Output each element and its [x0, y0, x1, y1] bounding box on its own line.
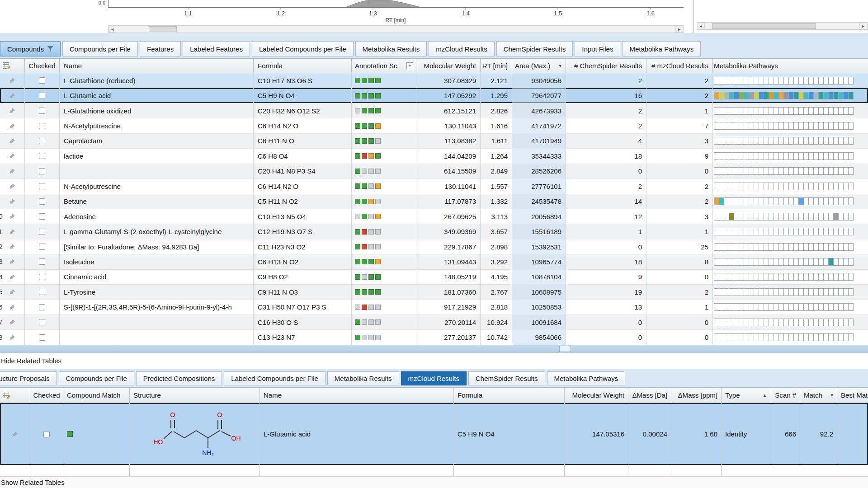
- scroll-right-button[interactable]: [675, 26, 683, 33]
- row-checkbox[interactable]: [39, 258, 45, 265]
- row-checkbox[interactable]: [39, 77, 45, 84]
- pin-icon[interactable]: [9, 229, 15, 235]
- pin-icon[interactable]: [9, 123, 15, 129]
- expand-icon[interactable]: +: [406, 62, 413, 69]
- row-checkbox[interactable]: [39, 289, 45, 295]
- pathway-strip[interactable]: [713, 300, 868, 314]
- col-header-area[interactable]: Area (Max.) ▾: [512, 59, 566, 73]
- col-header-marker[interactable]: [0, 59, 25, 73]
- sort-descending-icon[interactable]: ▾: [559, 63, 561, 69]
- pathway-strip[interactable]: [713, 270, 868, 284]
- pin-icon[interactable]: [9, 77, 15, 84]
- pin-icon[interactable]: [9, 108, 15, 114]
- workspace-tab[interactable]: Input Files: [575, 41, 620, 56]
- pathway-strip[interactable]: [713, 118, 868, 133]
- col-header-best-match[interactable]: Best Match: [837, 388, 868, 403]
- properties-icon[interactable]: [3, 392, 10, 399]
- show-related-tables-button[interactable]: Show Related Tables: [1, 479, 65, 486]
- col-header-metabolika-pathways[interactable]: Metabolika Pathways: [713, 59, 868, 73]
- related-table-tab[interactable]: Predicted Compositions: [136, 371, 222, 385]
- pin-icon[interactable]: [9, 93, 15, 99]
- col-header-checked[interactable]: Checked: [30, 388, 63, 403]
- pin-icon[interactable]: [9, 304, 15, 310]
- table-row[interactable]: 6 lactide C6 H8 O4 144.04209 1.264 35344…: [0, 149, 868, 164]
- pin-icon[interactable]: [9, 289, 15, 295]
- col-header-dmass-da[interactable]: ΔMass [Da]: [628, 388, 671, 403]
- pin-icon[interactable]: [9, 334, 15, 341]
- scroll-left-button[interactable]: [697, 23, 705, 29]
- col-header-mzcloud-results[interactable]: # mzCloud Results: [646, 59, 713, 73]
- table-row[interactable]: 11 L-gamma-Glutamyl-S-(2-oxoethyl)-L-cys…: [0, 224, 868, 239]
- row-checkbox[interactable]: [39, 153, 45, 159]
- table-row[interactable]: 4 N-Acetylputrescine C6 H14 N2 O 130.110…: [0, 118, 868, 133]
- row-checkbox[interactable]: [39, 108, 45, 114]
- sort-descending-icon[interactable]: ▾: [830, 392, 833, 398]
- chromatogram-hscrollbar[interactable]: [108, 25, 684, 33]
- pathway-strip[interactable]: [713, 194, 868, 209]
- pathway-strip[interactable]: [713, 315, 868, 329]
- col-header-dmass-ppm[interactable]: ΔMass [ppm]: [671, 388, 722, 403]
- col-header-compound-match[interactable]: Compound Match: [63, 388, 130, 403]
- pathway-strip[interactable]: [713, 179, 868, 193]
- pathway-strip[interactable]: [713, 224, 868, 239]
- table-row[interactable]: 5 Caprolactam C6 H11 N O 113.08382 1.611…: [0, 134, 868, 149]
- pin-icon[interactable]: [9, 168, 15, 174]
- pin-icon[interactable]: [9, 319, 15, 325]
- scroll-thumb[interactable]: [712, 23, 816, 29]
- workspace-tab[interactable]: Features: [140, 41, 181, 56]
- pin-icon[interactable]: [9, 198, 15, 205]
- col-header-annotation[interactable]: Annotation Sc +: [352, 59, 416, 73]
- pathway-strip[interactable]: [713, 330, 868, 344]
- row-checkbox[interactable]: [39, 244, 45, 250]
- table-row[interactable]: 10 Adenosine C10 H13 N5 O4 267.09625 3.1…: [0, 209, 868, 224]
- col-header-scan[interactable]: Scan #: [771, 388, 800, 403]
- pin-icon[interactable]: [9, 258, 15, 265]
- row-checkbox[interactable]: [39, 123, 45, 129]
- col-header-chemspider-results[interactable]: # ChemSpider Results: [566, 59, 646, 73]
- table-row[interactable]: 18 C13 H23 N7 277.20137 10.742 9854066 0: [0, 330, 868, 345]
- workspace-tab[interactable]: Compounds: [0, 41, 61, 56]
- pin-icon[interactable]: [9, 153, 15, 159]
- scroll-track[interactable]: [705, 23, 859, 29]
- col-header-marker[interactable]: [0, 388, 30, 403]
- row-checkbox[interactable]: [39, 274, 45, 280]
- row-checkbox[interactable]: [39, 334, 45, 341]
- main-table-hscrollbar[interactable]: [0, 345, 868, 353]
- related-table-tab[interactable]: Metabolika Pathways: [547, 371, 626, 385]
- pathway-strip[interactable]: [713, 164, 868, 178]
- pathway-strip[interactable]: [713, 209, 868, 224]
- col-header-name[interactable]: Name: [260, 388, 454, 403]
- col-header-checked[interactable]: Checked: [25, 59, 60, 73]
- scroll-thumb[interactable]: [559, 346, 571, 352]
- pathway-strip[interactable]: [713, 103, 868, 118]
- related-table-tab[interactable]: mzCloud Results: [401, 371, 467, 385]
- match-row[interactable]: O HO O OH NH₂ L-Glutamic acid C5 H9 N O4…: [0, 403, 868, 465]
- row-checkbox[interactable]: [43, 431, 50, 437]
- workspace-tab[interactable]: mzCloud Results: [429, 41, 494, 56]
- related-table-tab[interactable]: Labeled Compounds per File: [224, 371, 326, 385]
- related-table-tab[interactable]: Structure Proposals: [0, 371, 57, 385]
- pathway-strip[interactable]: [713, 239, 868, 254]
- table-row[interactable]: 12 [Similar to: Furaltadone; ΔMass: 94.9…: [0, 239, 868, 254]
- workspace-tab[interactable]: Labeled Compounds per File: [252, 41, 354, 56]
- related-table-tab[interactable]: Compounds per File: [59, 371, 134, 385]
- col-header-name[interactable]: Name: [60, 59, 254, 73]
- col-header-rt[interactable]: RT [min]: [481, 59, 512, 73]
- table-row[interactable]: 8 N-Acetylputrescine C6 H14 N2 O 130.110…: [0, 179, 868, 194]
- row-checkbox[interactable]: [39, 319, 45, 325]
- col-header-formula[interactable]: Formula: [254, 59, 352, 73]
- secondary-hscrollbar[interactable]: [697, 22, 868, 30]
- col-header-formula[interactable]: Formula: [454, 388, 565, 403]
- scroll-left-button[interactable]: [108, 26, 116, 33]
- pathway-strip[interactable]: [713, 134, 868, 148]
- row-checkbox[interactable]: [39, 304, 45, 310]
- col-header-match[interactable]: Match ▾: [800, 388, 837, 403]
- related-table-tab[interactable]: Metabolika Results: [327, 371, 399, 385]
- table-row[interactable]: 16 S-[(9R)-1-[(2R,3S,4R,5R)-5-(6-Amino-9…: [0, 300, 868, 315]
- row-checkbox[interactable]: [39, 168, 45, 174]
- table-row[interactable]: 9 Betaine C5 H11 N O2 117.07873 1.332 24…: [0, 194, 868, 209]
- pin-icon[interactable]: [9, 213, 15, 220]
- row-checkbox[interactable]: [39, 93, 45, 99]
- workspace-tab[interactable]: Metabolika Pathways: [622, 41, 701, 56]
- hide-related-tables-button[interactable]: Hide Related Tables: [1, 357, 61, 365]
